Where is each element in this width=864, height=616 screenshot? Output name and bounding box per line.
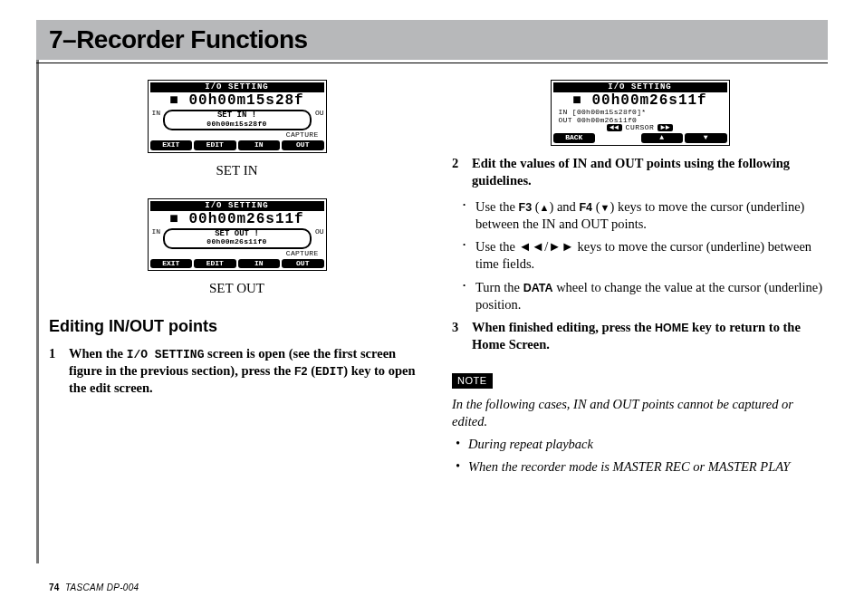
step-2: 2 Edit the values of IN and OUT points u… (452, 155, 828, 189)
page-footer: 74 TASCAM DP-004 (49, 582, 139, 592)
left-margin-rule (36, 20, 39, 563)
chapter-title: 7–Recorder Functions (36, 25, 308, 54)
two-column-layout: I/O SETTING ■ 00h00m15s28f IN SET IN ! 0… (49, 76, 828, 481)
lcd-screenshot-set-in: I/O SETTING ■ 00h00m15s28f IN SET IN ! 0… (49, 80, 425, 153)
lcd-screenshot-edit: I/O SETTING ■ 00h00m26s11f IN [00h00m15s… (452, 80, 828, 146)
note-bullet-2: When the recorder mode is MASTER REC or … (452, 458, 828, 476)
bullet-f3-f4: Use the F3 () and F4 () keys to move the… (459, 198, 828, 233)
right-column: I/O SETTING ■ 00h00m26s11f IN [00h00m15s… (452, 76, 828, 481)
note-bullets: During repeat playback When the recorder… (452, 436, 828, 476)
rewind-forward-icon: ◄◄/►► (519, 239, 574, 254)
lcd-caption-set-out: SET OUT (49, 280, 425, 298)
lcd-caption-set-in: SET IN (49, 162, 425, 180)
chapter-header: 7–Recorder Functions (36, 20, 828, 60)
lcd-fkeys: EXIT EDIT IN OUT (150, 140, 324, 149)
step-2-bullets: Use the F3 () and F4 () keys to move the… (459, 198, 828, 313)
note-tag: NOTE (452, 373, 493, 389)
note-body: In the following cases, IN and OUT point… (452, 396, 828, 430)
header-underline (36, 63, 828, 63)
triangle-up-icon (540, 199, 550, 214)
triangle-down-icon (600, 199, 610, 214)
left-column: I/O SETTING ■ 00h00m15s28f IN SET IN ! 0… (49, 76, 425, 481)
note-bullet-1: During repeat playback (452, 436, 828, 453)
lcd-screenshot-set-out: I/O SETTING ■ 00h00m26s11f IN SET OUT ! … (49, 198, 425, 272)
step-3: 3 When finished editing, press the HOME … (452, 319, 828, 353)
product-model: TASCAM DP-004 (65, 582, 139, 592)
page-number: 74 (49, 582, 60, 592)
step-1: 1 When the I/O SETTING screen is open (s… (49, 345, 425, 397)
section-heading: Editing IN/OUT points (49, 316, 425, 338)
lcd-title-bar: I/O SETTING (150, 82, 324, 92)
bullet-data-wheel: Turn the DATA wheel to change the value … (459, 279, 828, 313)
bullet-transport: Use the ◄◄/►► keys to move the cursor (u… (459, 238, 828, 273)
lcd-time: ■ 00h00m15s28f (150, 93, 324, 109)
